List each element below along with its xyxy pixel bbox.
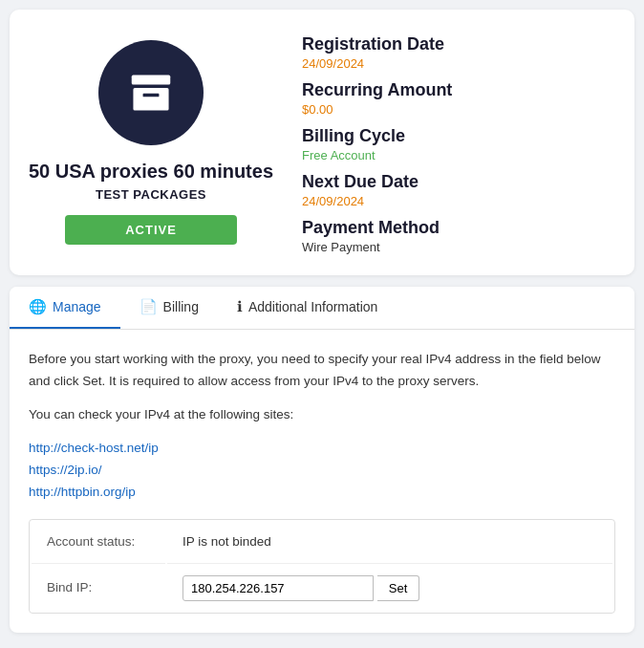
tab-manage-content: Before you start working with the proxy,… <box>10 330 634 633</box>
bind-ip-input[interactable] <box>182 575 374 601</box>
product-card: 50 USA proxies 60 minutes TEST PACKAGES … <box>10 10 634 275</box>
info-table: Account status: IP is not binded Bind IP… <box>29 519 615 614</box>
status-badge: ACTIVE <box>65 215 237 245</box>
info-icon: ℹ <box>237 298 243 315</box>
payment-label: Payment Method <box>302 218 615 238</box>
next-due-label: Next Due Date <box>302 172 615 192</box>
tabs-container: 🌐 Manage 📄 Billing ℹ Additional Informat… <box>10 287 634 633</box>
product-subtitle: TEST PACKAGES <box>96 187 206 202</box>
table-row-bind-ip: Bind IP: Set <box>32 566 612 611</box>
links-section: http://check-host.net/ip https://2ip.io/… <box>29 438 615 504</box>
payment-value: Wire Payment <box>302 240 615 254</box>
tabs-header: 🌐 Manage 📄 Billing ℹ Additional Informat… <box>10 287 634 330</box>
svg-rect-0 <box>132 75 171 84</box>
manage-description: Before you start working with the proxy,… <box>29 349 615 393</box>
set-button[interactable]: Set <box>377 575 420 601</box>
link-check-host[interactable]: http://check-host.net/ip <box>29 438 615 460</box>
next-due-value: 24/09/2024 <box>302 194 615 208</box>
billing-label: Billing Cycle <box>302 126 615 146</box>
svg-rect-2 <box>143 94 160 97</box>
tab-billing[interactable]: 📄 Billing <box>120 287 218 329</box>
tab-additional-info-label: Additional Information <box>248 299 377 314</box>
tab-manage[interactable]: 🌐 Manage <box>10 287 120 329</box>
tab-manage-label: Manage <box>53 299 101 314</box>
globe-icon: 🌐 <box>29 298 47 315</box>
recurring-value: $0.00 <box>302 102 615 117</box>
billing-value: Free Account <box>302 148 615 162</box>
table-row-account-status: Account status: IP is not binded <box>32 522 612 564</box>
recurring-label: Recurring Amount <box>302 80 615 100</box>
account-status-label: Account status: <box>32 522 165 564</box>
registration-label: Registration Date <box>302 34 615 54</box>
svg-rect-1 <box>133 88 168 111</box>
tab-billing-label: Billing <box>163 299 199 314</box>
link-httpbin[interactable]: http://httpbin.org/ip <box>29 482 615 504</box>
bind-ip-cell: Set <box>167 566 612 611</box>
link-2ip[interactable]: https://2ip.io/ <box>29 460 615 482</box>
tab-additional-info[interactable]: ℹ Additional Information <box>218 287 397 329</box>
product-details: Registration Date 24/09/2024 Recurring A… <box>302 29 615 256</box>
links-intro: You can check your IPv4 at the following… <box>29 404 615 426</box>
account-status-value: IP is not binded <box>167 522 612 564</box>
document-icon: 📄 <box>140 298 158 315</box>
product-title: 50 USA proxies 60 minutes <box>29 159 273 184</box>
product-left: 50 USA proxies 60 minutes TEST PACKAGES … <box>29 40 273 245</box>
archive-box-icon <box>125 67 177 119</box>
product-icon-circle <box>98 40 204 145</box>
registration-value: 24/09/2024 <box>302 56 615 71</box>
bind-ip-label: Bind IP: <box>32 566 165 611</box>
